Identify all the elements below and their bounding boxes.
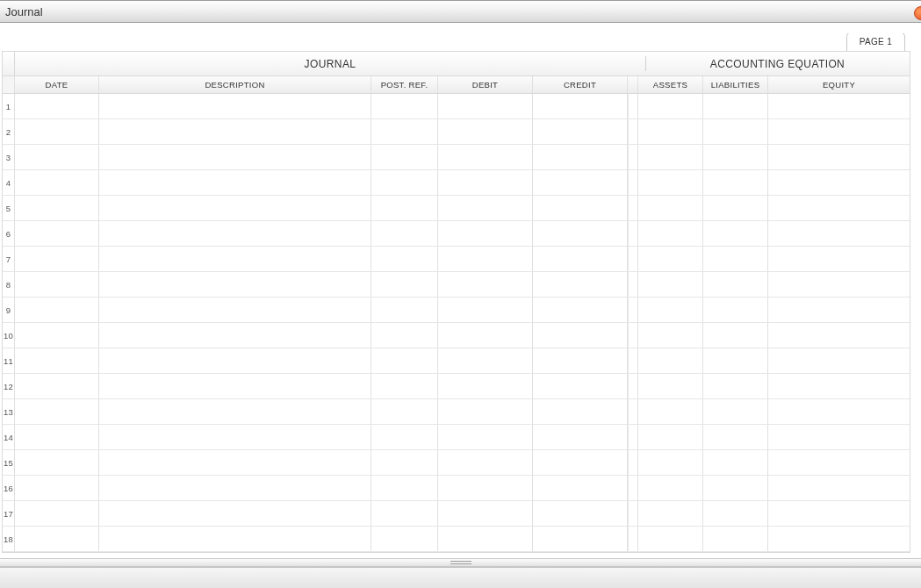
cell-description[interactable]: [99, 425, 371, 449]
cell-debit[interactable]: [438, 170, 533, 195]
cell-postref[interactable]: [371, 527, 438, 551]
cell-postref[interactable]: [371, 272, 438, 297]
close-icon[interactable]: [914, 6, 921, 20]
cell-postref[interactable]: [371, 247, 438, 271]
cell-description[interactable]: [99, 170, 371, 195]
header-liabilities[interactable]: LIABILITIES: [703, 76, 768, 93]
cell-assets[interactable]: [638, 196, 703, 220]
cell-description[interactable]: [99, 94, 371, 118]
cell-debit[interactable]: [438, 476, 533, 500]
cell-date[interactable]: [15, 221, 99, 246]
cell-equity[interactable]: [768, 145, 910, 169]
cell-postref[interactable]: [371, 501, 438, 526]
cell-credit[interactable]: [533, 196, 628, 220]
cell-date[interactable]: [15, 527, 99, 551]
cell-assets[interactable]: [638, 399, 703, 424]
cell-equity[interactable]: [768, 119, 910, 144]
cell-postref[interactable]: [371, 348, 438, 373]
cell-liabilities[interactable]: [703, 348, 768, 373]
cell-postref[interactable]: [371, 476, 438, 500]
cell-credit[interactable]: [533, 348, 628, 373]
cell-equity[interactable]: [768, 450, 910, 475]
cell-liabilities[interactable]: [703, 170, 768, 195]
cell-credit[interactable]: [533, 272, 628, 297]
cell-date[interactable]: [15, 374, 99, 398]
tab-page1[interactable]: PAGE 1: [846, 33, 905, 51]
cell-description[interactable]: [99, 247, 371, 271]
cell-description[interactable]: [99, 119, 371, 144]
cell-assets[interactable]: [638, 348, 703, 373]
cell-description[interactable]: [99, 527, 371, 551]
header-assets[interactable]: ASSETS: [638, 76, 703, 93]
cell-debit[interactable]: [438, 501, 533, 526]
header-equity[interactable]: EQUITY: [768, 76, 910, 93]
cell-date[interactable]: [15, 94, 99, 118]
cell-description[interactable]: [99, 450, 371, 475]
cell-credit[interactable]: [533, 374, 628, 398]
cell-credit[interactable]: [533, 527, 628, 551]
cell-liabilities[interactable]: [703, 476, 768, 500]
cell-debit[interactable]: [438, 323, 533, 348]
cell-debit[interactable]: [438, 196, 533, 220]
cell-date[interactable]: [15, 119, 99, 144]
cell-debit[interactable]: [438, 374, 533, 398]
header-credit[interactable]: CREDIT: [533, 76, 628, 93]
cell-equity[interactable]: [768, 170, 910, 195]
cell-liabilities[interactable]: [703, 196, 768, 220]
horizontal-splitter[interactable]: [0, 558, 921, 567]
cell-postref[interactable]: [371, 374, 438, 398]
cell-assets[interactable]: [638, 221, 703, 246]
cell-liabilities[interactable]: [703, 450, 768, 475]
cell-liabilities[interactable]: [703, 119, 768, 144]
cell-description[interactable]: [99, 348, 371, 373]
cell-postref[interactable]: [371, 145, 438, 169]
cell-assets[interactable]: [638, 476, 703, 500]
cell-equity[interactable]: [768, 399, 910, 424]
cell-postref[interactable]: [371, 323, 438, 348]
cell-credit[interactable]: [533, 170, 628, 195]
cell-equity[interactable]: [768, 272, 910, 297]
cell-date[interactable]: [15, 298, 99, 322]
cell-date[interactable]: [15, 501, 99, 526]
cell-equity[interactable]: [768, 94, 910, 118]
cell-credit[interactable]: [533, 501, 628, 526]
cell-debit[interactable]: [438, 272, 533, 297]
cell-date[interactable]: [15, 196, 99, 220]
cell-date[interactable]: [15, 272, 99, 297]
header-postref[interactable]: POST. REF.: [371, 76, 438, 93]
cell-date[interactable]: [15, 399, 99, 424]
cell-description[interactable]: [99, 399, 371, 424]
cell-description[interactable]: [99, 196, 371, 220]
header-date[interactable]: DATE: [15, 76, 99, 93]
cell-postref[interactable]: [371, 119, 438, 144]
cell-date[interactable]: [15, 450, 99, 475]
cell-date[interactable]: [15, 323, 99, 348]
header-description[interactable]: DESCRIPTION: [99, 76, 371, 93]
cell-description[interactable]: [99, 298, 371, 322]
cell-assets[interactable]: [638, 501, 703, 526]
cell-credit[interactable]: [533, 425, 628, 449]
cell-debit[interactable]: [438, 348, 533, 373]
cell-assets[interactable]: [638, 247, 703, 271]
cell-liabilities[interactable]: [703, 298, 768, 322]
cell-postref[interactable]: [371, 298, 438, 322]
cell-assets[interactable]: [638, 450, 703, 475]
cell-postref[interactable]: [371, 221, 438, 246]
cell-equity[interactable]: [768, 221, 910, 246]
cell-credit[interactable]: [533, 247, 628, 271]
cell-postref[interactable]: [371, 399, 438, 424]
cell-assets[interactable]: [638, 119, 703, 144]
cell-credit[interactable]: [533, 476, 628, 500]
cell-description[interactable]: [99, 374, 371, 398]
cell-assets[interactable]: [638, 298, 703, 322]
cell-assets[interactable]: [638, 170, 703, 195]
cell-date[interactable]: [15, 348, 99, 373]
cell-assets[interactable]: [638, 145, 703, 169]
cell-postref[interactable]: [371, 94, 438, 118]
cell-equity[interactable]: [768, 527, 910, 551]
cell-debit[interactable]: [438, 450, 533, 475]
cell-date[interactable]: [15, 425, 99, 449]
cell-debit[interactable]: [438, 425, 533, 449]
cell-credit[interactable]: [533, 145, 628, 169]
cell-assets[interactable]: [638, 94, 703, 118]
